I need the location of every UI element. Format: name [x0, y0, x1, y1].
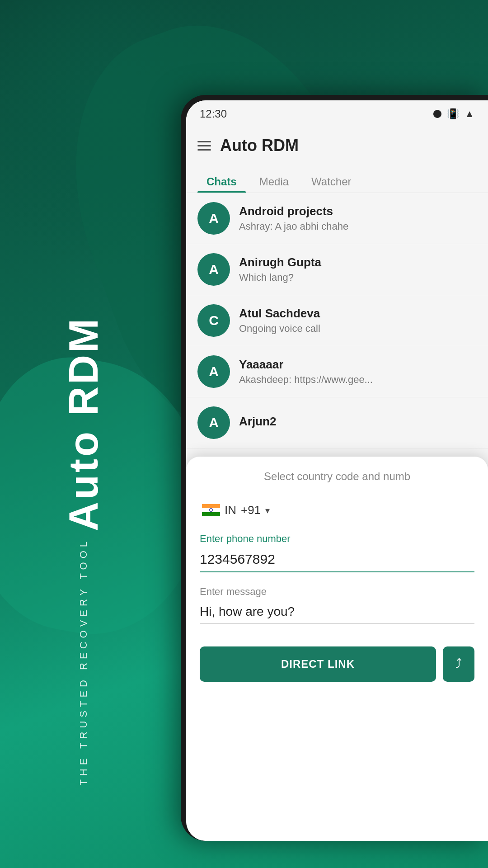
sheet-title: Select country code and numb: [200, 470, 474, 483]
direct-link-button[interactable]: DIRECT LINK: [200, 646, 436, 682]
tab-media[interactable]: Media: [250, 171, 298, 193]
bottom-sheet: Select country code and numb IN +91 ▾ En…: [186, 457, 488, 841]
app-title: Auto RDM: [220, 136, 299, 155]
chat-info-arjun2: Arjun2: [239, 415, 477, 431]
status-icons: 📳 ▲: [433, 108, 474, 120]
hamburger-line-2: [197, 145, 211, 146]
camera-dot: [433, 110, 441, 118]
chat-name-android-projects: Android projects: [239, 204, 477, 218]
avatar-yaaaaar: A: [197, 355, 230, 388]
status-bar: 12:30 📳 ▲: [186, 100, 488, 127]
message-label: Enter message: [200, 586, 474, 598]
dial-code: +91: [241, 503, 261, 517]
status-time: 12:30: [200, 108, 227, 120]
chat-name-anirugh: Anirugh Gupta: [239, 255, 477, 269]
phone-screen: 12:30 📳 ▲ Auto RDM Chats Media: [186, 100, 488, 841]
phone-mockup: 12:30 📳 ▲ Auto RDM Chats Media: [181, 95, 488, 841]
tab-watcher[interactable]: Watcher: [302, 171, 360, 193]
brand-main-title: Auto RDM: [63, 316, 104, 531]
avatar-anirugh: A: [197, 253, 230, 286]
chat-info-android-projects: Android projects Ashray: A jao abhi chah…: [239, 204, 477, 232]
hamburger-line-1: [197, 141, 211, 142]
chat-name-arjun2: Arjun2: [239, 415, 477, 429]
chat-preview-android-projects: Ashray: A jao abhi chahe: [239, 221, 477, 232]
app-header: Auto RDM: [186, 127, 488, 164]
share-button[interactable]: ⤴: [443, 646, 474, 682]
hamburger-line-3: [197, 149, 211, 151]
chat-list: A Android projects Ashray: A jao abhi ch…: [186, 193, 488, 448]
vibrate-icon: 📳: [447, 108, 459, 120]
country-selector[interactable]: IN +91 ▾: [200, 496, 474, 524]
chat-preview-yaaaaar: Akashdeep: https://www.gee...: [239, 374, 477, 386]
chat-name-atul: Atul Sachdeva: [239, 307, 477, 321]
chat-name-yaaaaar: Yaaaaar: [239, 358, 477, 372]
brand-container: Auto RDM THE TRUSTED RECOVERY TOOL: [63, 316, 104, 786]
phone-label: Enter phone number: [200, 533, 474, 545]
action-buttons: DIRECT LINK ⤴: [200, 646, 474, 682]
avatar-android-projects: A: [197, 202, 230, 235]
tab-chats[interactable]: Chats: [197, 171, 246, 193]
share-icon: ⤴: [455, 657, 462, 671]
chat-info-yaaaaar: Yaaaaar Akashdeep: https://www.gee...: [239, 358, 477, 386]
chat-info-atul: Atul Sachdeva Ongoing voice call: [239, 307, 477, 335]
chat-item-android-projects[interactable]: A Android projects Ashray: A jao abhi ch…: [186, 193, 488, 244]
country-code-text: IN: [225, 503, 236, 517]
avatar-arjun2: A: [197, 406, 230, 439]
chat-preview-anirugh: Which lang?: [239, 272, 477, 283]
phone-number-input[interactable]: [200, 547, 474, 572]
chat-preview-atul: Ongoing voice call: [239, 323, 477, 335]
india-flag-icon: [202, 504, 220, 517]
signal-icon: ▲: [465, 108, 474, 120]
message-input[interactable]: [200, 600, 474, 624]
hamburger-menu[interactable]: [197, 141, 211, 151]
dropdown-arrow-icon: ▾: [265, 505, 270, 516]
chat-item-yaaaaar[interactable]: A Yaaaaar Akashdeep: https://www.gee...: [186, 346, 488, 397]
brand-subtitle: THE TRUSTED RECOVERY TOOL: [78, 538, 89, 786]
tabs-bar: Chats Media Watcher: [186, 164, 488, 193]
chat-item-anirugh[interactable]: A Anirugh Gupta Which lang?: [186, 244, 488, 295]
avatar-atul: C: [197, 304, 230, 337]
chat-item-arjun2[interactable]: A Arjun2: [186, 397, 488, 448]
chat-item-atul[interactable]: C Atul Sachdeva Ongoing voice call: [186, 295, 488, 346]
chat-info-anirugh: Anirugh Gupta Which lang?: [239, 255, 477, 283]
